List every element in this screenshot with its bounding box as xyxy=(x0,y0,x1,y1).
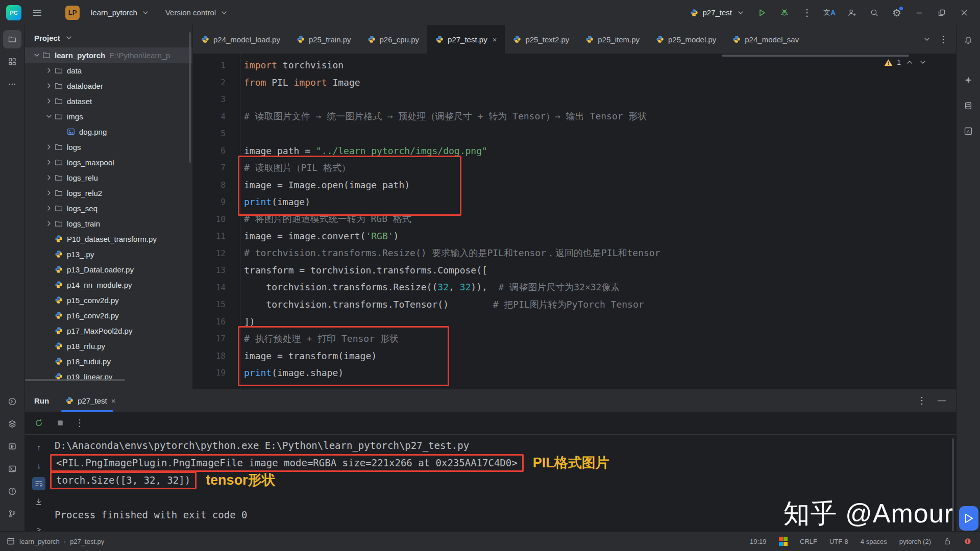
close-icon[interactable]: × xyxy=(493,35,497,44)
version-control-menu[interactable]: Version control xyxy=(161,5,233,20)
chevron-right-icon[interactable] xyxy=(43,173,55,182)
database-icon[interactable] xyxy=(959,96,977,115)
more-icon[interactable] xyxy=(3,75,21,93)
tree-vertical-scrollbar[interactable] xyxy=(189,32,191,163)
hamburger-menu-icon[interactable] xyxy=(29,5,46,21)
project-menu[interactable]: learn_pytorch xyxy=(87,5,154,20)
editor-tab-p25_model-py[interactable]: p25_model.py xyxy=(648,25,724,54)
run-panel-kebab-icon[interactable]: ⋮ xyxy=(917,396,926,405)
tree-item-p19_linear.py[interactable]: p19_linear.py xyxy=(25,369,192,384)
chevron-down-icon[interactable] xyxy=(918,58,927,67)
editor-tab-p27_test-py[interactable]: p27_test.py× xyxy=(427,25,505,54)
chevron-right-icon[interactable] xyxy=(43,81,55,90)
terminal-icon[interactable] xyxy=(3,460,21,478)
stop-button[interactable] xyxy=(54,416,67,430)
settings-icon[interactable]: ⚙ xyxy=(888,5,905,21)
editor-tab-p24_model_sav[interactable]: p24_model_sav xyxy=(724,25,807,54)
tree-item-dog.png[interactable]: dog.png xyxy=(25,124,192,139)
run-button[interactable] xyxy=(753,5,771,21)
error-badge-icon[interactable] xyxy=(964,537,972,545)
minimize-button[interactable] xyxy=(911,5,928,21)
hidden-tabs-chevron-icon[interactable] xyxy=(922,35,932,44)
chevron-down-icon[interactable] xyxy=(31,51,42,60)
project-panel-header[interactable]: Project xyxy=(25,25,192,47)
run-tab[interactable]: p27_test × xyxy=(60,389,120,412)
encoding-indicator[interactable]: UTF-8 xyxy=(829,538,848,545)
chevron-right-icon[interactable] xyxy=(43,142,55,152)
run-configuration-selector[interactable]: p27_test xyxy=(690,8,745,17)
tree-item-p14_nn_module.py[interactable]: p14_nn_module.py xyxy=(25,277,192,292)
maximize-button[interactable] xyxy=(933,5,950,21)
chevron-right-icon[interactable] xyxy=(43,158,55,167)
tree-item-p13_DataLoader.py[interactable]: p13_DataLoader.py xyxy=(25,262,192,277)
tree-item-logs_maxpool[interactable]: logs_maxpool xyxy=(25,155,192,170)
editor-tab-p24_model_load-py[interactable]: p24_model_load.py xyxy=(193,25,288,54)
tree-item-p13_.py[interactable]: p13_.py xyxy=(25,246,192,262)
more-actions-kebab-icon[interactable]: ⋮ xyxy=(798,5,816,21)
close-button[interactable] xyxy=(955,5,973,21)
python-packages-icon[interactable] xyxy=(3,415,21,433)
hide-panel-icon[interactable]: — xyxy=(938,396,946,405)
unlock-icon[interactable] xyxy=(943,537,951,545)
chevron-right-icon[interactable] xyxy=(43,204,55,213)
tree-item-logs[interactable]: logs xyxy=(25,139,192,155)
chevron-up-icon[interactable] xyxy=(905,58,914,67)
editor-tab-p25_item-py[interactable]: p25_item.py xyxy=(577,25,648,54)
console-options-kebab-icon[interactable]: ⋮ xyxy=(75,418,84,428)
structure-icon[interactable] xyxy=(3,53,21,71)
scroll-up-icon[interactable]: ↑ xyxy=(32,440,45,454)
interpreter-indicator[interactable]: pytorch (2) xyxy=(899,538,931,545)
ai-assistant-icon[interactable] xyxy=(959,71,977,89)
tree-item-dataloader[interactable]: dataloader xyxy=(25,78,192,93)
rerun-button[interactable] xyxy=(32,416,45,430)
project-folder-icon[interactable] xyxy=(3,30,21,48)
tree-item-p16_conv2d.py[interactable]: p16_conv2d.py xyxy=(25,308,192,323)
breadcrumb-project[interactable]: learn_pytorch xyxy=(19,538,60,545)
tree-item-p18_rrlu.py[interactable]: p18_rrlu.py xyxy=(25,338,192,354)
code-editor[interactable]: 1import torchvision2from PIL import Imag… xyxy=(193,54,956,389)
tree-item-logs_relu[interactable]: logs_relu xyxy=(25,170,192,185)
search-icon[interactable] xyxy=(866,5,883,21)
editor-tab-p25_train-py[interactable]: p25_train.py xyxy=(288,25,359,54)
python-console-icon[interactable] xyxy=(3,392,21,411)
line-separator-indicator[interactable]: CRLF xyxy=(800,538,817,545)
editor-tab-p25_text2-py[interactable]: p25_text2.py xyxy=(505,25,577,54)
tree-horizontal-scrollbar[interactable] xyxy=(25,379,125,381)
inspections-widget[interactable]: 1 xyxy=(884,58,927,67)
debug-button[interactable] xyxy=(776,5,793,21)
tree-item-P10_dataset_transform.py[interactable]: P10_dataset_transform.py xyxy=(25,231,192,246)
close-icon[interactable]: × xyxy=(111,396,116,405)
chevron-right-icon[interactable] xyxy=(43,66,55,75)
soft-wrap-icon[interactable] xyxy=(32,477,45,490)
chevron-down-icon[interactable] xyxy=(43,112,55,121)
tree-item-learn_pytorch[interactable]: learn_pytorchE:\Python\learn_p xyxy=(25,47,192,63)
problems-icon[interactable] xyxy=(3,482,21,500)
chevron-right-icon[interactable] xyxy=(43,96,55,106)
tree-item-p18_tudui.py[interactable]: p18_tudui.py xyxy=(25,354,192,369)
translate-panel-icon[interactable]: A xyxy=(959,122,977,140)
services-icon[interactable] xyxy=(3,437,21,456)
chevron-right-icon[interactable] xyxy=(43,219,55,228)
tree-item-logs_train[interactable]: logs_train xyxy=(25,216,192,231)
indent-indicator[interactable]: 4 spaces xyxy=(861,538,887,545)
tree-item-p17_MaxPool2d.py[interactable]: p17_MaxPool2d.py xyxy=(25,323,192,338)
breadcrumb-file[interactable]: p27_test.py xyxy=(70,538,104,545)
caret-position[interactable]: 19:19 xyxy=(750,538,767,545)
python-file-icon xyxy=(656,35,664,43)
scroll-down-icon[interactable]: ↓ xyxy=(32,459,45,472)
tree-item-p15_conv2d.py[interactable]: p15_conv2d.py xyxy=(25,292,192,308)
scroll-to-end-icon[interactable] xyxy=(32,495,45,509)
version-control-icon[interactable] xyxy=(3,505,21,523)
notifications-icon[interactable] xyxy=(959,31,977,49)
tree-item-imgs[interactable]: imgs xyxy=(25,109,192,124)
tree-item-logs_seq[interactable]: logs_seq xyxy=(25,201,192,216)
tree-item-logs_relu2[interactable]: logs_relu2 xyxy=(25,185,192,201)
add-user-icon[interactable] xyxy=(843,5,861,21)
chevron-right-icon[interactable] xyxy=(43,188,55,197)
tree-item-dataset[interactable]: dataset xyxy=(25,93,192,109)
tab-options-kebab-icon[interactable]: ⋮ xyxy=(939,35,948,44)
tree-item-data[interactable]: data xyxy=(25,63,192,78)
translate-icon[interactable]: 文A xyxy=(821,5,838,21)
windows-defender-icon[interactable] xyxy=(779,537,788,546)
editor-tab-p26_cpu-py[interactable]: p26_cpu.py xyxy=(359,25,428,54)
